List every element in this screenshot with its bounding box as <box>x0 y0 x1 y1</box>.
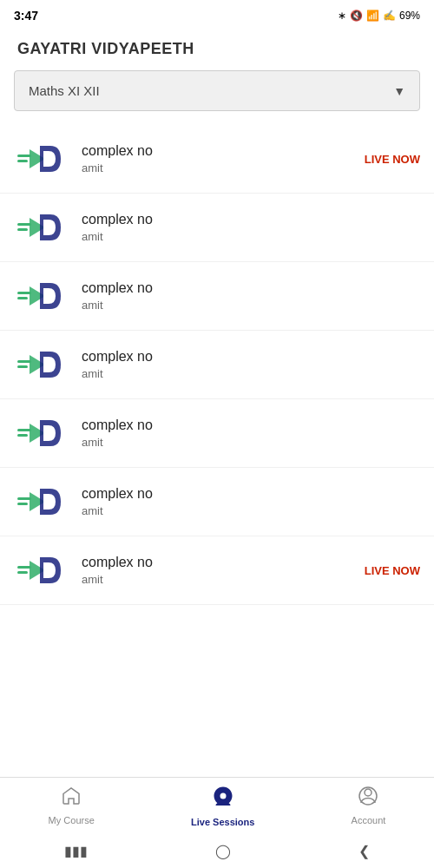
battery-text: 69% <box>399 10 420 22</box>
course-logo <box>14 206 69 249</box>
svg-rect-17 <box>17 503 28 505</box>
status-bar: 3:47 ∗ 🔇 📶 ✍ 69% <box>0 0 434 31</box>
svg-rect-20 <box>17 571 28 574</box>
account-icon <box>358 786 378 812</box>
course-name: complex no <box>82 212 420 227</box>
course-name: complex no <box>82 280 420 296</box>
course-name: complex no <box>82 486 420 502</box>
list-item[interactable]: complex no amit <box>0 399 434 468</box>
course-info: complex no amit <box>82 349 420 380</box>
nav-label-live-sessions: Live Sessions <box>191 817 254 827</box>
mute-icon: 🔇 <box>350 10 363 22</box>
signal-icon: ✍ <box>383 10 396 22</box>
list-item[interactable]: complex no amit <box>0 194 434 262</box>
svg-rect-2 <box>17 160 28 162</box>
svg-rect-13 <box>17 429 31 431</box>
list-item[interactable]: complex no amit <box>0 262 434 331</box>
course-author: amit <box>82 436 420 449</box>
home-icon <box>61 786 82 812</box>
course-info: complex no amit <box>82 418 420 449</box>
course-info: complex no amit <box>82 486 420 517</box>
home-button[interactable]: ◯ <box>215 843 231 859</box>
svg-rect-1 <box>17 155 31 157</box>
bottom-nav: My Course Live Sessions Account <box>0 777 434 833</box>
nav-item-my-course[interactable]: My Course <box>49 786 95 825</box>
list-item[interactable]: complex no amit LIVE NOW <box>0 536 434 605</box>
nav-item-account[interactable]: Account <box>352 786 386 825</box>
bluetooth-icon: ∗ <box>338 10 346 22</box>
course-name: complex no <box>82 349 420 365</box>
course-list: complex no amit LIVE NOW complex no amit <box>0 125 434 605</box>
course-logo <box>14 411 69 455</box>
course-author: amit <box>82 230 420 243</box>
svg-point-22 <box>365 789 372 796</box>
back-button[interactable]: ❮ <box>358 843 370 859</box>
svg-rect-16 <box>17 497 31 500</box>
course-info: complex no amit <box>82 280 420 312</box>
svg-rect-4 <box>17 223 31 226</box>
course-name: complex no <box>82 418 420 433</box>
svg-rect-14 <box>17 434 28 437</box>
svg-rect-7 <box>17 292 31 294</box>
dropdown-label: Maths XI XII <box>29 83 100 98</box>
android-nav: ▮▮▮ ◯ ❮ <box>0 833 434 868</box>
course-dropdown[interactable]: Maths XI XII ▼ <box>14 70 420 111</box>
course-logo <box>14 274 69 318</box>
status-icons: ∗ 🔇 📶 ✍ 69% <box>338 10 420 22</box>
nav-label-my-course: My Course <box>49 815 95 825</box>
page-title: GAYATRI VIDYAPEETH <box>17 40 194 57</box>
svg-rect-5 <box>17 228 28 231</box>
list-item[interactable]: complex no amit LIVE NOW <box>0 125 434 194</box>
svg-rect-19 <box>17 566 31 569</box>
wifi-icon: 📶 <box>366 10 379 22</box>
chevron-down-icon: ▼ <box>393 84 405 98</box>
course-logo <box>14 137 69 181</box>
list-item[interactable]: complex no amit <box>0 468 434 536</box>
recents-button[interactable]: ▮▮▮ <box>64 843 88 859</box>
course-author: amit <box>82 367 420 380</box>
header: GAYATRI VIDYAPEETH <box>0 31 434 70</box>
nav-label-account: Account <box>352 815 386 825</box>
live-sessions-icon <box>211 784 235 813</box>
live-badge: LIVE NOW <box>365 564 420 577</box>
svg-rect-11 <box>17 365 28 368</box>
course-logo <box>14 343 69 386</box>
course-info: complex no amit <box>82 212 420 243</box>
course-logo <box>14 480 69 523</box>
svg-rect-10 <box>17 360 31 363</box>
live-badge: LIVE NOW <box>365 153 420 166</box>
course-author: amit <box>82 504 420 517</box>
svg-rect-8 <box>17 297 28 299</box>
course-logo <box>14 549 69 592</box>
nav-item-live-sessions[interactable]: Live Sessions <box>191 784 254 827</box>
list-item[interactable]: complex no amit <box>0 331 434 399</box>
svg-point-21 <box>220 793 226 799</box>
status-time: 3:47 <box>14 9 38 23</box>
course-author: amit <box>82 299 420 312</box>
